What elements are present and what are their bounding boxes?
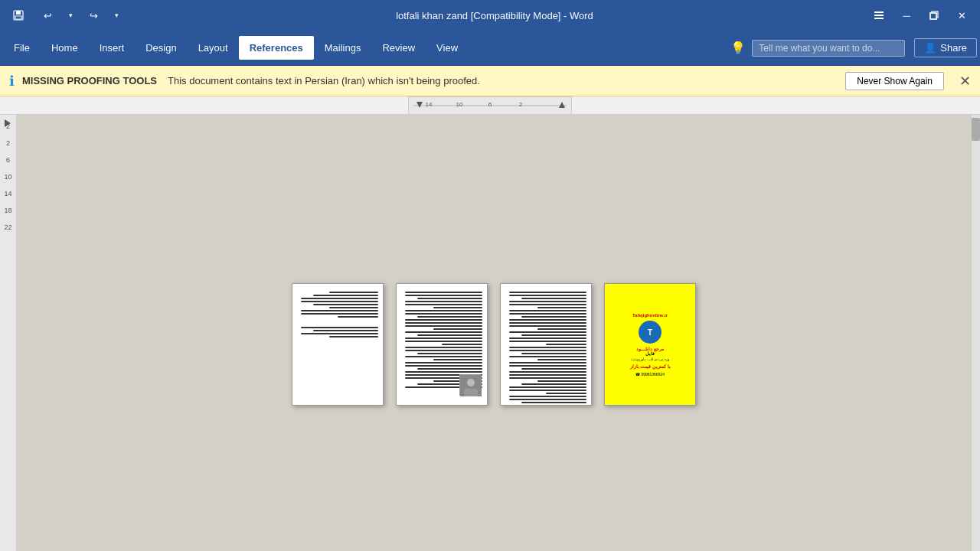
- ruler-left-numbers: 2 2 6 10 14 18 22: [4, 118, 11, 236]
- ribbon: File Home Insert Design Layout Reference…: [0, 31, 980, 66]
- horizontal-ruler: 14 10 6 2: [0, 96, 980, 115]
- title-bar: ↩ ▾ ↪ ▾ lotfali khan zand [Compatibility…: [0, 0, 980, 31]
- ad-line4: با کمترین قیمت بازار: [630, 364, 671, 369]
- tab-references[interactable]: References: [239, 36, 314, 60]
- tab-insert[interactable]: Insert: [89, 36, 136, 60]
- svg-text:14: 14: [426, 101, 433, 108]
- svg-rect-19: [464, 389, 478, 396]
- tab-file[interactable]: File: [3, 36, 41, 60]
- page-thumbnail-1[interactable]: [292, 283, 384, 406]
- minimize-button[interactable]: ─: [894, 5, 919, 26]
- ruler-num-2b: 2: [6, 135, 10, 152]
- page3-content: [501, 284, 591, 406]
- undo-dropdown[interactable]: ▾: [64, 5, 77, 26]
- svg-rect-3: [874, 11, 884, 13]
- tab-view[interactable]: View: [426, 36, 469, 60]
- notification-close-button[interactable]: ✕: [959, 73, 971, 90]
- restore-button[interactable]: [922, 5, 946, 26]
- phone-icon: ☎: [635, 372, 640, 377]
- notification-title: MISSING PROOFING TOOLS: [22, 75, 157, 86]
- svg-rect-7: [930, 13, 936, 19]
- lightbulb-icon: 💡: [730, 41, 746, 55]
- ruler-num-22: 22: [4, 219, 11, 236]
- notification-bar: ℹ MISSING PROOFING TOOLS This document c…: [0, 66, 980, 96]
- vertical-scrollbar[interactable]: [971, 115, 980, 551]
- svg-point-18: [467, 379, 475, 386]
- undo-button[interactable]: ↩: [35, 5, 60, 26]
- svg-rect-5: [874, 18, 884, 19]
- tab-design[interactable]: Design: [135, 36, 187, 60]
- page1-content: [292, 284, 383, 345]
- page-thumbnail-3[interactable]: [500, 283, 592, 406]
- tab-home[interactable]: Home: [41, 36, 89, 60]
- svg-text:10: 10: [456, 101, 463, 108]
- svg-text:2: 2: [519, 101, 523, 108]
- page-thumbnail-2[interactable]: [396, 283, 488, 406]
- tab-mailings[interactable]: Mailings: [314, 36, 372, 60]
- ad-line3: ورد-پی دی اف - پاورپوینت: [631, 357, 669, 361]
- document-area: Tahqighonline.ir T مرجع دانلـــود فایل و…: [17, 115, 971, 551]
- info-icon: ℹ: [9, 73, 15, 90]
- tab-review[interactable]: Review: [371, 36, 426, 60]
- vertical-ruler: 2 2 6 10 14 18 22: [0, 115, 17, 551]
- page-thumbnail-4[interactable]: Tahqighonline.ir T مرجع دانلـــود فایل و…: [604, 283, 696, 406]
- close-button[interactable]: ✕: [949, 5, 974, 26]
- never-show-again-button[interactable]: Never Show Again: [845, 72, 944, 90]
- ruler-num-10: 10: [4, 168, 11, 185]
- svg-rect-2: [15, 16, 21, 19]
- page2-embedded-image: [459, 374, 481, 396]
- svg-rect-4: [874, 15, 884, 16]
- title-bar-right: ─ ✕: [867, 5, 974, 26]
- ruler-num-6: 6: [6, 152, 10, 168]
- redo-button[interactable]: ↪: [81, 5, 106, 26]
- svg-text:T: T: [648, 328, 652, 337]
- svg-text:6: 6: [488, 101, 492, 108]
- svg-rect-1: [16, 11, 21, 15]
- ad-logo: T: [639, 321, 662, 344]
- scrollbar-thumb[interactable]: [972, 118, 980, 141]
- share-icon: 👤: [924, 42, 936, 54]
- main-layout: 2 2 6 10 14 18 22: [0, 115, 980, 551]
- window-title: lotfali khan zand [Compatibility Mode] -…: [122, 10, 867, 21]
- ruler-num-18: 18: [4, 202, 11, 219]
- ribbon-toggle-button[interactable]: [867, 5, 891, 26]
- svg-marker-16: [5, 119, 11, 127]
- tab-layout[interactable]: Layout: [188, 36, 239, 60]
- quick-access-dropdown[interactable]: ▾: [110, 5, 122, 26]
- ad-site-name: Tahqighonline.ir: [632, 313, 668, 318]
- notification-message: This document contains text in Persian (…: [168, 75, 480, 86]
- title-bar-left: ↩ ▾ ↪ ▾: [6, 5, 122, 26]
- ruler-numbers: 14 10 6 2: [408, 96, 572, 115]
- ad-phone: ☎ 09981366624: [635, 372, 665, 377]
- tell-me-input[interactable]: [752, 40, 905, 57]
- ad-line2: فایل: [645, 351, 655, 356]
- ruler-num-14: 14: [4, 185, 11, 202]
- share-button[interactable]: 👤 Share: [914, 38, 977, 57]
- pages-row: Tahqighonline.ir T مرجع دانلـــود فایل و…: [292, 283, 696, 406]
- page4-ad-content: Tahqighonline.ir T مرجع دانلـــود فایل و…: [605, 284, 695, 405]
- cursor-indicator: [0, 115, 17, 132]
- ribbon-search-area: 💡: [730, 40, 905, 57]
- save-button[interactable]: [6, 5, 31, 26]
